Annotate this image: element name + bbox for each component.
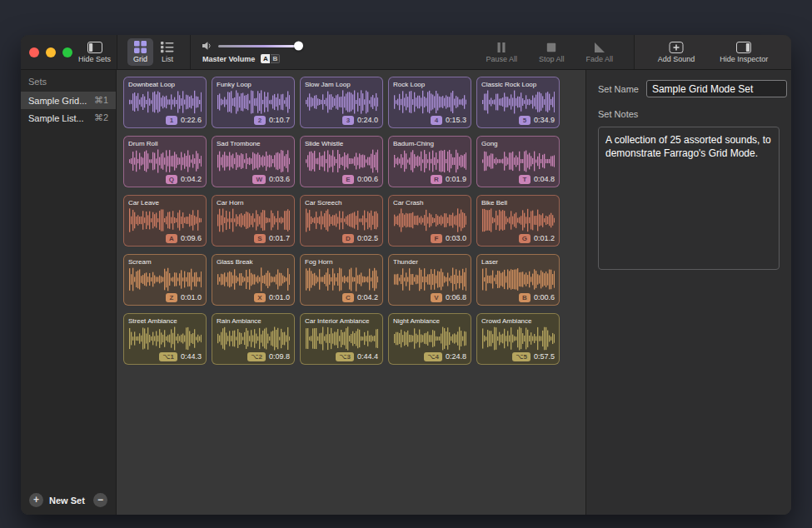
stop-all-button[interactable]: Stop All [533, 39, 570, 66]
sound-waveform-icon [128, 266, 202, 292]
sound-waveform-icon [305, 266, 378, 292]
tile-row: Drum Roll Q 0:04.2 Sad Trombone W 0:03.6… [123, 136, 579, 187]
sound-tile[interactable]: Street Ambiance ⌥1 0:44.3 [123, 313, 207, 365]
grid-view-button[interactable]: Grid [127, 38, 153, 66]
sound-tile-footer: R 0:01.9 [393, 174, 466, 184]
hide-sets-label: Hide Sets [78, 55, 111, 63]
hide-inspector-label: Hide Inspector [720, 55, 768, 63]
minimize-window-button[interactable] [46, 47, 56, 57]
sound-tile[interactable]: Badum-Ching R 0:01.9 [388, 136, 471, 187]
sound-tile[interactable]: Classic Rock Loop 5 0:34.9 [476, 77, 560, 128]
sound-tile-footer: ⌥3 0:44.4 [305, 351, 378, 361]
list-view-label: List [162, 55, 173, 63]
sound-tile[interactable]: Gong T 0:04.8 [476, 136, 560, 187]
sound-key-badge: ⌥2 [247, 352, 266, 361]
list-view-button[interactable]: List [155, 38, 180, 66]
sound-tile-footer: T 0:04.8 [481, 174, 555, 184]
fade-all-label: Fade All [585, 55, 613, 63]
output-a-button[interactable]: A [261, 54, 270, 63]
sound-tile[interactable]: Car Horn S 0:01.7 [212, 195, 295, 247]
sound-tile[interactable]: Car Interior Ambiance ⌥3 0:44.4 [300, 313, 383, 365]
sound-duration: 0:09.8 [269, 352, 290, 361]
sound-key-badge: X [254, 293, 266, 302]
sound-tile[interactable]: Glass Break X 0:01.0 [212, 254, 295, 306]
sound-tile-footer: C 0:04.2 [305, 292, 378, 302]
sound-title: Glass Break [217, 258, 290, 266]
close-window-button[interactable] [29, 47, 39, 57]
zoom-window-button[interactable] [62, 47, 72, 57]
sound-title: Sad Trombone [217, 140, 290, 147]
sound-tile[interactable]: Slide Whistle E 0:00.6 [300, 136, 383, 187]
new-set-button[interactable]: + [29, 493, 43, 507]
sidebar-set-item[interactable]: Sample Grid... ⌘1 [21, 92, 116, 109]
sound-key-badge: B [519, 293, 531, 302]
set-name-input[interactable] [646, 80, 787, 97]
sound-tile-footer: A 0:09.6 [128, 233, 202, 243]
sound-duration: 0:03.6 [269, 175, 290, 183]
sound-tile[interactable]: Sad Trombone W 0:03.6 [212, 136, 295, 187]
sound-tile[interactable]: Car Crash F 0:03.0 [388, 195, 471, 247]
master-volume-slider[interactable] [218, 45, 301, 47]
sound-tile-footer: ⌥5 0:57.5 [481, 351, 555, 361]
sound-key-badge: S [254, 234, 266, 243]
sound-tile[interactable]: Thunder V 0:06.8 [388, 254, 471, 306]
pause-all-button[interactable]: Pause All [480, 39, 523, 66]
sound-duration: 0:01.0 [269, 293, 290, 301]
sound-tile-footer: V 0:06.8 [393, 292, 466, 302]
sound-tile[interactable]: Rain Ambiance ⌥2 0:09.8 [212, 313, 295, 365]
sound-duration: 0:01.7 [269, 234, 290, 242]
sound-tile[interactable]: Crowd Ambiance ⌥5 0:57.5 [476, 313, 560, 365]
sound-tile[interactable]: Car Leave A 0:09.6 [123, 195, 207, 247]
sound-tile[interactable]: Scream Z 0:01.0 [123, 254, 207, 306]
sound-waveform-icon [128, 207, 202, 233]
sound-tile[interactable]: Fog Horn C 0:04.2 [300, 254, 383, 306]
sound-waveform-icon [217, 148, 290, 174]
toolbar-inspector-section: Add Sound Hide Inspector [635, 35, 791, 69]
sound-title: Bike Bell [481, 199, 555, 207]
sidebar-set-item[interactable]: Sample List... ⌘2 [21, 109, 116, 127]
sound-title: Car Screech [305, 199, 378, 207]
sound-waveform-icon [393, 266, 466, 292]
sound-waveform-icon [128, 326, 202, 351]
sound-waveform-icon [128, 148, 202, 174]
hide-inspector-button[interactable]: Hide Inspector [714, 39, 774, 66]
sound-key-badge: ⌥4 [424, 352, 442, 361]
master-volume-knob[interactable] [294, 42, 303, 51]
sound-tile[interactable]: Slow Jam Loop 3 0:24.0 [300, 77, 383, 128]
sidebar-right-icon [736, 42, 751, 53]
sidebar-left-icon [87, 42, 102, 53]
sound-key-badge: Z [166, 293, 177, 302]
sound-waveform-icon [393, 148, 466, 174]
hide-sets-button[interactable]: Hide Sets [72, 39, 117, 66]
fade-icon [594, 42, 605, 53]
sound-duration: 0:01.9 [446, 175, 466, 183]
sound-duration: 0:24.0 [357, 116, 378, 124]
fade-all-button[interactable]: Fade All [580, 39, 619, 66]
sound-title: Car Leave [128, 199, 202, 207]
traffic-lights [29, 47, 72, 57]
sound-tile[interactable]: Car Screech D 0:02.5 [300, 195, 383, 247]
sound-waveform-icon [393, 89, 466, 115]
sound-key-badge: 2 [254, 116, 266, 125]
set-notes-field[interactable]: A collection of 25 assorted sounds, to d… [598, 127, 780, 270]
pause-all-label: Pause All [486, 55, 517, 63]
set-item-label: Sample Grid... [28, 96, 87, 106]
sound-tile[interactable]: Rock Loop 4 0:15.3 [388, 77, 471, 128]
sound-tile[interactable]: Bike Bell G 0:01.2 [476, 195, 560, 247]
add-sound-button[interactable]: Add Sound [652, 39, 701, 66]
sound-waveform-icon [217, 207, 290, 233]
sound-waveform-icon [481, 266, 555, 292]
sound-waveform-icon [305, 326, 378, 351]
sound-title: Funky Loop [217, 81, 290, 88]
sound-tile[interactable]: Downbeat Loop 1 0:22.6 [123, 77, 207, 128]
sound-tile[interactable]: Night Ambiance ⌥4 0:24.8 [388, 313, 471, 365]
output-b-button[interactable]: B [271, 54, 280, 63]
sound-title: Classic Rock Loop [481, 81, 555, 88]
remove-set-button[interactable]: − [93, 493, 107, 507]
set-item-shortcut: ⌘2 [94, 112, 108, 123]
sound-tile[interactable]: Funky Loop 2 0:10.7 [212, 77, 295, 128]
sound-tile[interactable]: Laser B 0:00.6 [476, 254, 560, 306]
sound-duration: 0:06.8 [446, 293, 466, 301]
sound-duration: 0:03.0 [446, 234, 466, 242]
sound-tile[interactable]: Drum Roll Q 0:04.2 [123, 136, 207, 187]
